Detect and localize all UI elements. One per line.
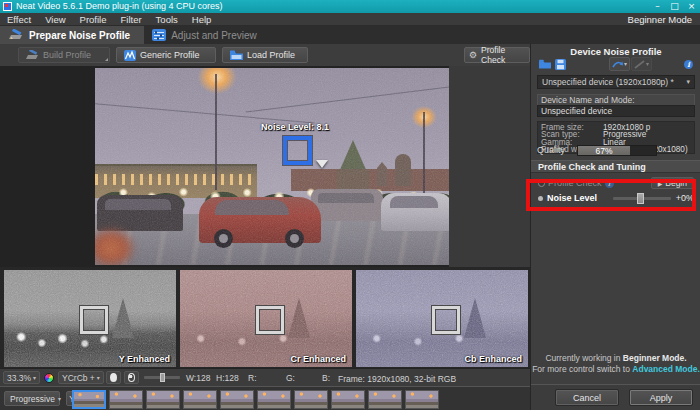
main-viewer: Noise Level: 8.1: [0, 66, 530, 267]
slider-handle[interactable]: [637, 193, 644, 204]
colorwheel-button[interactable]: [44, 371, 54, 384]
zoom-level-dropdown[interactable]: 33.3% ▾: [3, 371, 40, 384]
frame-thumbnail[interactable]: [183, 390, 217, 409]
generic-profile-label: Generic Profile: [140, 50, 200, 60]
noise-sample-selection-box[interactable]: [283, 136, 312, 165]
tab-bar: Prepare Noise Profile Adjust and Preview: [0, 26, 700, 44]
apply-button[interactable]: Apply: [629, 389, 693, 406]
tuning-section-header: Profile Check and Tuning: [531, 160, 700, 173]
preview-cb-enhanced[interactable]: Cb Enhanced: [356, 270, 528, 367]
cursor-icon: [316, 160, 328, 168]
scan-mode-dropdown[interactable]: Progressive ▾: [4, 391, 60, 406]
menu-profile[interactable]: Profile: [73, 13, 114, 26]
status-bar: 33.3% ▾ YCrCb + ▾ W:128 H:128 R: G: B: F…: [0, 368, 530, 386]
play-icon: ▶: [658, 180, 663, 187]
quality-row: Quality 67%: [537, 144, 695, 156]
profile-check-button[interactable]: ⚙ Profile Check: [464, 47, 530, 63]
menu-effect[interactable]: Effect: [0, 13, 38, 26]
preview-y-enhanced[interactable]: Y Enhanced: [4, 270, 176, 367]
frame-thumbnail[interactable]: [294, 390, 328, 409]
car: [381, 193, 449, 231]
sample-box: [80, 306, 108, 334]
save-icon: [555, 59, 566, 70]
preview-brightness-slider[interactable]: [144, 371, 180, 384]
auto-profile-button[interactable]: ▾: [609, 57, 630, 71]
car: [199, 197, 321, 243]
preview-label: Y Enhanced: [119, 354, 170, 364]
menu-filter[interactable]: Filter: [113, 13, 148, 26]
chevron-down-icon: ▾: [58, 396, 61, 402]
preview-cr-enhanced[interactable]: Cr Enhanced: [180, 270, 352, 367]
auto-profile-icon: [612, 60, 623, 69]
colorspace-value: YCrCb +: [62, 373, 95, 383]
open-profile-button[interactable]: [537, 57, 553, 71]
color-wheel-icon: [44, 373, 54, 383]
ring-circle-button[interactable]: [124, 371, 139, 384]
minimize-icon[interactable]: –: [649, 0, 666, 13]
pixel-g: G:: [286, 371, 295, 384]
tab-prepare-label: Prepare Noise Profile: [29, 30, 130, 41]
frame-thumbnail[interactable]: [109, 390, 143, 409]
device-noise-profile-panel: Device Noise Profile: [530, 44, 700, 410]
neat-video-window: Neat Video 5.6.1 Demo plug-in (using 4 C…: [0, 0, 700, 410]
frame-thumbnail[interactable]: [257, 390, 291, 409]
maximize-icon[interactable]: □: [666, 0, 683, 13]
filled-circle-icon: [110, 373, 117, 382]
menu-view[interactable]: View: [38, 13, 72, 26]
colorspace-dropdown[interactable]: YCrCb + ▾: [58, 371, 104, 384]
filmstrip-bar: Progressive ▾ Y ▾: [0, 386, 530, 410]
viewer-right-fill: [449, 66, 530, 267]
frame-thumbnail-selected[interactable]: [72, 390, 106, 409]
pixel-r: R:: [248, 371, 257, 384]
save-profile-button[interactable]: [553, 57, 568, 71]
load-profile-button[interactable]: Load Profile: [222, 47, 308, 63]
car: [97, 195, 183, 231]
begin-button[interactable]: ▶ Begin: [651, 177, 694, 189]
mode-hint-text2: For more control switch to: [532, 364, 632, 374]
noise-level-annotation: Noise Level: 8.1: [243, 122, 347, 132]
mode-hint-bold: Beginner Mode.: [623, 353, 687, 363]
chevron-down-icon: ▾: [33, 375, 36, 381]
frame-thumbnail[interactable]: [220, 390, 254, 409]
preview-image[interactable]: Noise Level: 8.1: [95, 68, 449, 265]
toolbar: Build Profile Generic Profile Load Profi…: [0, 44, 530, 66]
profile-check-radio[interactable]: [538, 180, 545, 187]
profile-info-button[interactable]: i: [682, 57, 695, 71]
mode-hint-text: Currently working in: [545, 353, 622, 363]
title-bar: Neat Video 5.6.1 Demo plug-in (using 4 C…: [0, 0, 700, 13]
device-name-header: Device Name and Mode:: [537, 94, 695, 105]
menu-tools[interactable]: Tools: [149, 13, 185, 26]
profile-icon-row: ▾ ▾ i: [537, 57, 695, 72]
zoom-level-value: 33.3%: [7, 373, 31, 383]
mode-hint: Currently working in Beginner Mode. For …: [531, 353, 700, 375]
selection-height: H:128: [216, 371, 239, 384]
preview-label: Cb Enhanced: [464, 354, 522, 364]
frame-thumbnail[interactable]: [405, 390, 439, 409]
frame-thumbnail[interactable]: [368, 390, 402, 409]
tab-adjust-and-preview[interactable]: Adjust and Preview: [144, 26, 271, 44]
menu-help[interactable]: Help: [185, 13, 219, 26]
channel-previews: Y Enhanced Cr Enhanced Cb Enhanced: [0, 267, 530, 368]
profile-selector-value: Unspecified device (1920x1080p) *: [542, 77, 674, 87]
frame-thumbnail[interactable]: [146, 390, 180, 409]
load-profile-label: Load Profile: [247, 50, 295, 60]
profile-selector-dropdown[interactable]: Unspecified device (1920x1080p) * ▾: [537, 75, 695, 89]
white-circle-button[interactable]: [106, 371, 121, 384]
street-lamp-glow: [191, 68, 243, 100]
device-name-field[interactable]: Unspecified device: [537, 105, 695, 117]
beginner-mode-menu[interactable]: Beginner Mode: [628, 14, 700, 25]
build-profile-label: Build Profile: [43, 50, 91, 60]
menu-bar: Effect View Profile Filter Tools Help Be…: [0, 13, 700, 26]
build-profile-button[interactable]: Build Profile: [18, 47, 110, 63]
app-icon: [3, 2, 12, 11]
tab-prepare-noise-profile[interactable]: Prepare Noise Profile: [0, 26, 144, 44]
generic-profile-button[interactable]: Generic Profile: [116, 47, 216, 63]
slider-handle[interactable]: [160, 373, 165, 382]
match-profile-button[interactable]: ▾: [631, 57, 652, 71]
cancel-button[interactable]: Cancel: [555, 389, 619, 406]
noise-level-slider[interactable]: [613, 197, 671, 200]
sliders-icon: [152, 29, 166, 41]
advanced-mode-link[interactable]: Advanced Mode.: [632, 364, 700, 374]
frame-thumbnail[interactable]: [331, 390, 365, 409]
close-icon[interactable]: ×: [683, 0, 700, 13]
